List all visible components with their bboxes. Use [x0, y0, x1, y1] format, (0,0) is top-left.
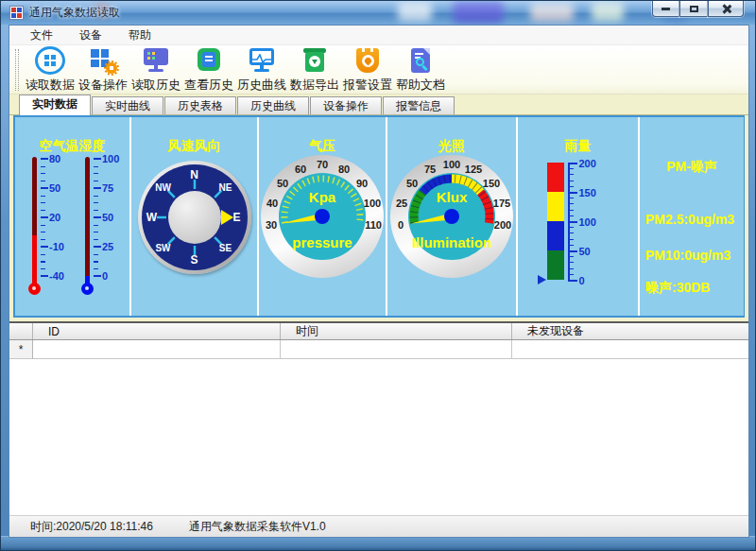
tab-device-operation[interactable]: 设备操作: [310, 96, 382, 114]
client-area: 文件 设备 帮助 读取数据 设备操作: [9, 25, 749, 538]
refresh-data-icon: [34, 45, 66, 76]
thermometer-bulb: [28, 283, 41, 295]
minimize-button[interactable]: [652, 1, 679, 17]
thermometer-bulb: [81, 283, 94, 295]
menu-bar: 文件 设备 帮助: [9, 26, 748, 45]
panel-title: 雨量: [518, 138, 638, 155]
grid-header-time[interactable]: 时间: [281, 323, 512, 339]
history-monitor-icon: [140, 45, 172, 76]
grid-header-device-status[interactable]: 未发现设备: [512, 323, 748, 339]
panel-pressure: 气压 30 40 50 60 70 80: [259, 117, 386, 316]
title-bar[interactable]: 通用气象数据读取: [1, 1, 755, 25]
compass-label-nw: NW: [155, 182, 171, 193]
dashboard: 空气温湿度 80 50 20 -10 -40: [13, 115, 745, 318]
panel-illumination: 光照 0 25: [387, 117, 516, 316]
curve-monitor-icon: [246, 45, 278, 76]
grid-cell-time[interactable]: [281, 340, 512, 359]
tab-realtime-data[interactable]: 实时数据: [19, 95, 91, 115]
menu-device[interactable]: 设备: [66, 26, 115, 45]
window-controls: [652, 1, 744, 17]
device-operation-button[interactable]: 设备操作: [77, 45, 129, 94]
maximize-button[interactable]: [679, 1, 708, 17]
close-icon: [721, 4, 731, 14]
device-grid: ID 时间 未发现设备 *: [9, 321, 748, 515]
gauge-unit: Klux: [390, 189, 513, 205]
panel-rain: 雨量 200 150 100 50 0: [518, 117, 638, 316]
panel-title: 光照: [387, 138, 516, 155]
history-curve-button[interactable]: 历史曲线: [235, 45, 288, 94]
export-box-icon: [299, 45, 331, 76]
grid-header-selector: [9, 323, 33, 339]
grid-new-row: *: [9, 340, 748, 359]
grid-cell-device-status[interactable]: [512, 340, 748, 359]
status-bar: 时间:2020/5/20 18:11:46 通用气象数据采集软件V1.0: [9, 515, 748, 537]
grid-header-row: ID 时间 未发现设备: [9, 323, 748, 340]
view-document-icon: [193, 45, 225, 76]
compass-label-n: N: [190, 168, 198, 181]
tab-strip: 实时数据 实时曲线 历史表格 历史曲线 设备操作 报警信息: [9, 95, 748, 115]
panel-temp-humidity: 空气温湿度 80 50 20 -10 -40: [15, 117, 129, 316]
grid-header-id[interactable]: ID: [33, 323, 281, 339]
noise-value: 噪声:30DB: [645, 280, 710, 297]
app-window: 通用气象数据读取 文件 设备 帮助 读取数据: [0, 0, 756, 551]
tab-alarm-info[interactable]: 报警信息: [383, 96, 455, 114]
rain-segment-green: [547, 250, 564, 280]
gauge-caption: Illumination: [390, 234, 513, 250]
window-frame-bottom: [1, 536, 755, 550]
device-gear-icon: [87, 45, 119, 76]
read-data-button[interactable]: 读取数据: [24, 45, 77, 94]
dashboard-wrapper: 空气温湿度 80 50 20 -10 -40: [9, 115, 748, 321]
aero-glass-reflection: [530, 3, 574, 22]
rain-level-marker: [538, 275, 546, 284]
pressure-gauge: 30 40 50 60 70 80 90 100 110 Kpa pressur…: [261, 155, 384, 278]
rain-level-indicator: 200 150 100 50 0: [538, 163, 619, 287]
gauge-caption: pressure: [261, 234, 384, 250]
temperature-thermometer: 80 50 20 -10 -40: [23, 157, 74, 308]
close-button[interactable]: [708, 1, 744, 17]
menu-help[interactable]: 帮助: [115, 26, 164, 45]
compass-label-ne: NE: [219, 182, 232, 193]
app-icon: [9, 6, 24, 20]
compass-label-se: SE: [219, 243, 232, 253]
compass-hub: [168, 191, 221, 244]
panel-title: 风速风向: [131, 138, 257, 155]
menu-file[interactable]: 文件: [17, 26, 66, 45]
rain-segment-yellow: [547, 192, 564, 221]
status-time: 时间:2020/5/20 18:11:46: [30, 519, 153, 535]
compass-label-w: W: [146, 211, 157, 224]
panel-title: 气压: [259, 138, 386, 155]
compass-face: N NE E SE S SW W NW: [142, 164, 248, 270]
view-history-button[interactable]: 查看历史: [182, 45, 235, 94]
help-document-button[interactable]: 帮助文档: [394, 45, 447, 94]
grid-cell-id[interactable]: [33, 340, 281, 359]
compass-label-sw: SW: [155, 243, 170, 253]
pm10-value: PM10:0ug/m3: [645, 248, 730, 263]
toolbar-grip[interactable]: [15, 49, 19, 91]
aero-glass-reflection: [453, 1, 504, 23]
tab-history-table[interactable]: 历史表格: [164, 96, 236, 114]
tab-realtime-curve[interactable]: 实时曲线: [92, 96, 163, 114]
toolbar: 读取数据 设备操作 读取历史 查看历史: [9, 45, 748, 95]
wind-direction-pointer: [221, 210, 233, 225]
minimize-icon: [662, 8, 670, 10]
tab-history-curve[interactable]: 历史曲线: [237, 96, 309, 114]
alarm-shield-icon: [352, 45, 384, 76]
gauge-needle-and-ticks: [261, 155, 384, 278]
wind-compass: N NE E SE S SW W NW: [138, 161, 251, 274]
thermometer-tube: [32, 157, 37, 287]
grid-row-selector[interactable]: *: [9, 340, 33, 359]
thermometer-tube: [85, 157, 90, 287]
help-document-icon: [404, 45, 437, 76]
data-export-button[interactable]: 数据导出: [288, 45, 341, 94]
panel-wind: 风速风向: [131, 117, 257, 316]
status-app-name: 通用气象数据采集软件V1.0: [189, 519, 326, 535]
compass-label-e: E: [232, 211, 240, 224]
pm25-value: PM2.5:0ug/m3: [645, 212, 734, 227]
alarm-settings-button[interactable]: 报警设置: [341, 45, 394, 94]
aero-glass-reflection: [592, 2, 624, 22]
panel-title: PM-噪声: [640, 159, 744, 176]
humidity-thermometer: 100 75 50 25 0: [76, 157, 127, 308]
gauge-needle-and-ticks: [390, 155, 513, 278]
compass-label-s: S: [190, 253, 198, 267]
read-history-button[interactable]: 读取历史: [129, 45, 182, 94]
